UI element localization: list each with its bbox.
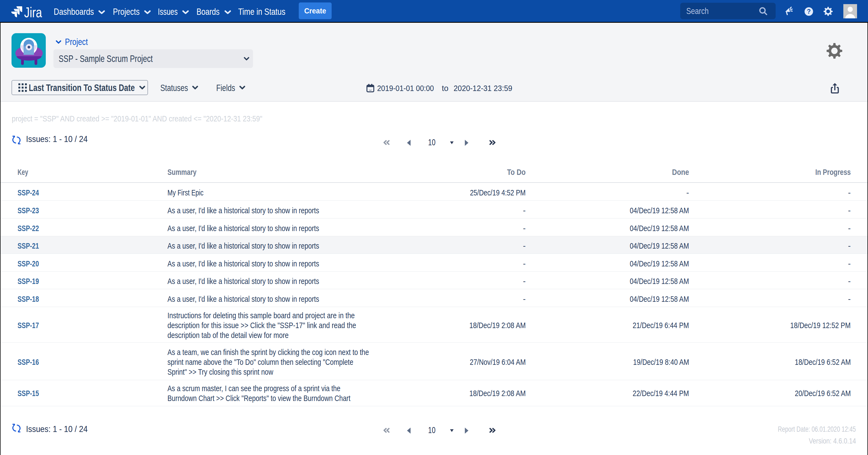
svg-text:?: ? — [807, 8, 811, 15]
